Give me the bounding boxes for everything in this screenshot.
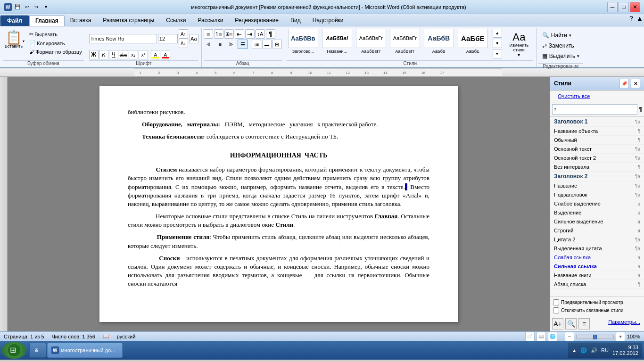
document-area[interactable]: библиотеки рисунков. Оборудование, матер…	[0, 77, 550, 331]
restore-btn[interactable]: □	[619, 2, 629, 12]
line-spacing-btn[interactable]: ↕≡	[252, 40, 261, 49]
style-item-nointerval[interactable]: Без интервала ¶	[550, 163, 644, 172]
style-btn-heading1[interactable]: АаБбВв Заголово...	[287, 29, 319, 54]
style-btn-title[interactable]: АаБбВвI Названи...	[321, 29, 353, 54]
style-btn-nointerval[interactable]: АаБбВвГг АаБбВвГг	[389, 29, 421, 54]
minimize-btn[interactable]: ─	[607, 2, 618, 12]
change-case-btn[interactable]: Aa	[189, 34, 198, 43]
align-justify-btn[interactable]: ☰	[238, 40, 248, 49]
redo-quick-btn[interactable]: ↪	[32, 3, 41, 11]
font-size-input[interactable]	[158, 34, 178, 43]
tab-mailings[interactable]: Рассылки	[192, 14, 229, 26]
list-multi-btn[interactable]: ⊞≡	[224, 29, 234, 39]
bold-button[interactable]: Ж	[89, 50, 99, 59]
styles-scroll-up-btn[interactable]: ▲	[493, 29, 502, 38]
italic-button[interactable]: К	[99, 50, 108, 59]
replace-button[interactable]: ⇄ Заменить	[540, 41, 581, 50]
ribbon-collapse-btn[interactable]: ▲	[636, 14, 644, 23]
format-painter-button[interactable]: 🖌 Формат по образцу	[27, 48, 84, 56]
borders-btn[interactable]: ⊞	[272, 40, 282, 49]
tab-insert[interactable]: Вставка	[65, 14, 98, 26]
cut-button[interactable]: ✂ Вырезать	[27, 30, 84, 38]
new-style-btn[interactable]: A+	[552, 318, 563, 329]
style-item-name[interactable]: Название ¶a	[550, 181, 644, 190]
inspect-style-btn[interactable]: 🔍	[565, 318, 577, 329]
style-btn-name[interactable]: АаБбЕ АаБбЕ	[457, 29, 489, 54]
save-quick-btn[interactable]: 💾	[13, 3, 22, 11]
linked-styles-checkbox[interactable]	[553, 307, 559, 313]
list-bullets-btn[interactable]: ≡	[204, 29, 213, 39]
font-size-increase-btn[interactable]: A↑	[179, 29, 188, 39]
style-item-strict[interactable]: Строгий a	[550, 226, 644, 235]
list-numbers-btn[interactable]: 1≡	[214, 29, 223, 39]
style-item-heading2[interactable]: Заголовок 2 ¶a	[550, 172, 644, 181]
style-item-objname[interactable]: Название объекта ¶	[550, 127, 644, 136]
style-item-maintext2[interactable]: Основной текст 2 ¶a	[550, 154, 644, 163]
tab-addins[interactable]: Надстройки	[307, 14, 350, 26]
text-highlight-btn[interactable]: A	[151, 50, 160, 59]
web-layout-btn[interactable]: 🌐	[548, 332, 557, 341]
styles-search-input[interactable]	[552, 104, 637, 115]
superscript-button[interactable]: x²	[139, 50, 148, 59]
underline-button[interactable]: Ч	[109, 50, 118, 59]
style-item-strong-link[interactable]: Сильная ссылка a	[550, 262, 644, 271]
zoom-thumb[interactable]	[593, 335, 597, 339]
sort-btn[interactable]: ↕A	[256, 29, 265, 39]
print-layout-btn[interactable]: 📄	[525, 332, 535, 341]
style-item-emph[interactable]: Выделение a	[550, 208, 644, 217]
font-color-btn[interactable]: A	[161, 50, 170, 59]
tab-home[interactable]: Главная	[29, 15, 65, 26]
params-button[interactable]: Параметры...	[606, 318, 642, 329]
strikethrough-button[interactable]: abc	[119, 50, 128, 59]
taskbar-desktop-btn[interactable]: 🖥	[29, 343, 46, 358]
tray-hide-icon[interactable]: ▲	[572, 348, 577, 353]
tab-layout[interactable]: Разметка страницы	[97, 14, 160, 26]
zoom-in-btn[interactable]: +	[616, 332, 625, 341]
preview-checkbox[interactable]	[553, 299, 559, 305]
paragraph-marks-btn[interactable]: ¶	[266, 29, 275, 39]
copy-button[interactable]: 📄 Копировать	[27, 39, 84, 47]
manage-styles-btn[interactable]: ≡	[578, 318, 590, 329]
style-btn-heading2[interactable]: АаБбВ АаБбВ	[423, 29, 455, 54]
styles-more-btn[interactable]: ▾	[493, 49, 502, 58]
paste-button[interactable]: 📋 Вставить ▾	[3, 29, 26, 50]
style-item-subtitle[interactable]: Подзаголовок ¶a	[550, 190, 644, 199]
styles-scroll-down-btn[interactable]: ▼	[493, 39, 502, 48]
style-item-weak-emph[interactable]: Слабое выделение a	[550, 199, 644, 208]
font-size-decrease-btn[interactable]: A↓	[179, 39, 188, 48]
undo-quick-btn[interactable]: ↩	[23, 3, 31, 11]
style-item-book-title[interactable]: Название книги a	[550, 271, 644, 280]
tab-file[interactable]: Файл	[0, 15, 29, 26]
style-item-weak-link[interactable]: Слабая ссылка a	[550, 253, 644, 262]
styles-panel-close-btn[interactable]: ✕	[631, 79, 640, 88]
style-item-quote2[interactable]: Цитата 2 ¶a	[550, 235, 644, 244]
align-left-btn[interactable]: ⫷	[204, 40, 214, 49]
start-button[interactable]: ⊞	[2, 342, 26, 359]
ribbon-help-btn[interactable]: ?	[627, 14, 636, 23]
indent-decrease-btn[interactable]: ⇤	[235, 29, 244, 39]
reading-mode-btn[interactable]: 📖	[537, 332, 546, 341]
font-name-input[interactable]	[89, 34, 157, 43]
tab-references[interactable]: Ссылки	[160, 14, 192, 26]
style-btn-normal[interactable]: АаБбВвГг АаБбВвГг	[355, 29, 387, 54]
find-button[interactable]: 🔍 Найти ▾	[540, 31, 581, 40]
subscript-button[interactable]: x₂	[129, 50, 138, 59]
customize-quick-btn[interactable]: ▾	[41, 3, 50, 11]
indent-increase-btn[interactable]: ⇥	[245, 29, 255, 39]
zoom-slider[interactable]	[576, 335, 614, 338]
change-styles-button[interactable]: Аа Изменитьстили ▾	[505, 30, 533, 59]
style-item-maintext[interactable]: Основной текст ¶a	[550, 145, 644, 154]
select-button[interactable]: ▦ Выделить ▾	[540, 52, 581, 60]
tab-review[interactable]: Рецензирование	[229, 14, 285, 26]
tab-view[interactable]: Вид	[285, 14, 307, 26]
taskbar-word-btn[interactable]: W многостраничный до...	[47, 343, 123, 358]
styles-panel-pin-btn[interactable]: 📌	[619, 79, 629, 88]
close-btn[interactable]: ✕	[630, 2, 640, 12]
zoom-out-btn[interactable]: −	[565, 332, 574, 341]
style-item-emph-quote[interactable]: Выделенная цитата ¶a	[550, 244, 644, 253]
clear-all-btn[interactable]: Очистить все	[554, 92, 640, 100]
style-item-normal[interactable]: Обычный ¶	[550, 136, 644, 145]
align-center-btn[interactable]: ≡	[215, 40, 225, 49]
style-item-strong-emph[interactable]: Сильное выделение a	[550, 217, 644, 226]
align-right-btn[interactable]: ⫸	[226, 40, 237, 49]
